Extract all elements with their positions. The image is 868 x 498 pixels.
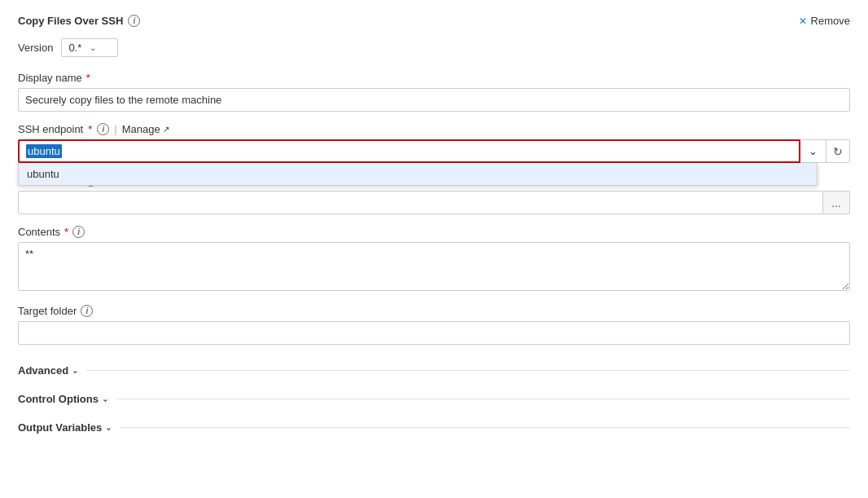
pipe-divider: |: [114, 123, 116, 135]
contents-label: Contents * i: [18, 226, 850, 238]
contents-textarea[interactable]: **: [18, 242, 850, 291]
display-name-input[interactable]: [18, 88, 850, 112]
title-info-icon[interactable]: i: [128, 15, 140, 27]
ssh-endpoint-label-row: SSH endpoint * i | Manage ↗: [18, 123, 850, 135]
contents-group: Contents * i **: [18, 226, 850, 293]
control-options-section[interactable]: Control Options ⌄: [18, 385, 850, 413]
ssh-endpoint-group: SSH endpoint * i | Manage ↗ ubuntu ⌄: [18, 123, 850, 163]
ssh-dropdown-row: ubuntu ⌄ ↻: [18, 139, 850, 163]
ssh-dropdown-chevron-btn[interactable]: ⌄: [800, 139, 826, 163]
control-options-divider-line: [116, 399, 850, 399]
version-row: Version 0.* ⌄: [18, 38, 850, 57]
target-folder-input[interactable]: [18, 321, 850, 345]
output-variables-divider-line: [120, 427, 850, 428]
display-name-label: Display name *: [18, 72, 850, 84]
ssh-required-star: *: [88, 123, 92, 135]
manage-link[interactable]: Manage ↗: [122, 123, 169, 135]
advanced-chevron-icon: ⌄: [72, 366, 78, 375]
ssh-refresh-icon: ↻: [833, 145, 843, 158]
ssh-dropdown-list: ubuntu: [18, 163, 818, 186]
ssh-selected-value: ubuntu: [20, 141, 68, 161]
remove-x-icon: ✕: [799, 15, 807, 27]
source-folder-ellipsis-btn[interactable]: ...: [823, 191, 850, 214]
advanced-section[interactable]: Advanced ⌄: [18, 356, 850, 385]
copy-files-ssh-panel: Copy Files Over SSH i ✕ Remove Version 0…: [0, 0, 868, 498]
target-folder-label: Target folder i: [18, 305, 850, 317]
display-name-group: Display name *: [18, 72, 850, 112]
source-folder-row: ...: [18, 191, 850, 214]
source-folder-input[interactable]: [18, 191, 823, 214]
output-variables-section[interactable]: Output Variables ⌄: [18, 413, 850, 442]
dropdown-option-ubuntu[interactable]: ubuntu: [19, 163, 817, 185]
version-label: Version: [18, 42, 53, 54]
ssh-highlighted-text: ubuntu: [26, 144, 62, 158]
output-variables-chevron-icon: ⌄: [105, 423, 112, 432]
ssh-chevron-icon: ⌄: [809, 145, 818, 157]
contents-info-icon[interactable]: i: [72, 226, 85, 238]
version-chevron-icon: ⌄: [90, 43, 96, 52]
advanced-divider-line: [86, 370, 850, 371]
remove-label: Remove: [811, 15, 850, 27]
control-options-chevron-icon: ⌄: [102, 394, 108, 403]
version-value: 0.*: [68, 42, 81, 54]
ssh-info-icon[interactable]: i: [97, 123, 109, 135]
version-select[interactable]: 0.* ⌄: [61, 38, 118, 57]
external-link-icon: ↗: [163, 125, 169, 134]
remove-button[interactable]: ✕ Remove: [799, 15, 850, 27]
panel-header: Copy Files Over SSH i ✕ Remove: [18, 15, 850, 27]
ssh-dropdown-wrapper: ubuntu ⌄ ↻ ubuntu: [18, 139, 850, 163]
contents-required-star: *: [64, 226, 68, 238]
panel-title-text: Copy Files Over SSH: [18, 15, 123, 27]
target-folder-info-icon[interactable]: i: [81, 305, 93, 317]
ssh-input-container[interactable]: ubuntu: [18, 139, 800, 163]
display-name-required: *: [86, 72, 90, 84]
ssh-refresh-btn[interactable]: ↻: [826, 139, 850, 163]
panel-title: Copy Files Over SSH i: [18, 15, 140, 27]
target-folder-group: Target folder i: [18, 305, 850, 345]
